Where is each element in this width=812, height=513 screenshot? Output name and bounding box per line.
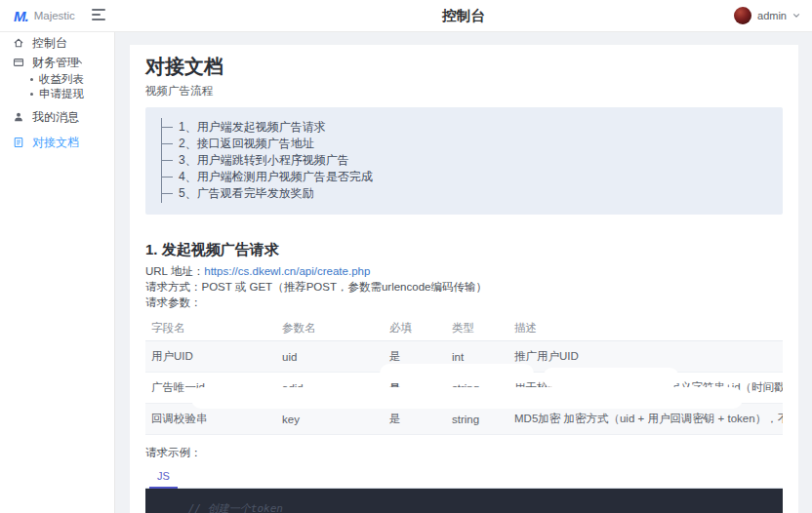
flow-item: 4、用户端检测用户视频广告是否完成 bbox=[162, 169, 767, 185]
sidebar-item-messages[interactable]: 我的消息 bbox=[0, 107, 114, 127]
tab-js[interactable]: JS bbox=[145, 467, 182, 488]
code-tabbar: JS bbox=[145, 467, 783, 489]
sidebar-item-label: 控制台 bbox=[32, 35, 67, 52]
page-title: 控制台 bbox=[115, 0, 812, 31]
flow-list: 1、用户端发起视频广告请求 2、接口返回视频广告地址 3、用户端跳转到小程序视频… bbox=[161, 118, 767, 203]
main-content: 对接文档 视频广告流程 1、用户端发起视频广告请求 2、接口返回视频广告地址 3… bbox=[116, 32, 812, 513]
redaction-blob bbox=[191, 387, 743, 409]
bullet-dot bbox=[30, 93, 33, 96]
redaction-blob bbox=[380, 364, 534, 383]
flow-item: 3、用户端跳转到小程序视频广告 bbox=[162, 152, 767, 169]
sidebar-collapse-icon[interactable] bbox=[92, 9, 109, 24]
home-icon bbox=[13, 37, 24, 49]
majestic-logo: M. Majestic bbox=[14, 0, 75, 31]
sidebar-item-console[interactable]: 控制台 bbox=[0, 33, 114, 53]
topbar: M. Majestic 控制台 admin bbox=[0, 0, 812, 32]
document-icon bbox=[13, 137, 24, 148]
table-header-cell: 字段名 bbox=[145, 316, 276, 341]
sidebar-subitem-label: 申请提现 bbox=[39, 87, 84, 101]
chevron-up-icon bbox=[75, 59, 83, 66]
table-cell: 用户UID bbox=[145, 341, 276, 373]
url-label: URL 地址： bbox=[145, 265, 204, 277]
sidebar-item-label: 对接文档 bbox=[32, 135, 79, 151]
example-label: 请求示例： bbox=[145, 447, 783, 459]
doc-subtitle: 视频广告流程 bbox=[145, 84, 783, 98]
table-header-cell: 类型 bbox=[446, 316, 508, 341]
sidebar-item-label: 财务管理 bbox=[32, 55, 79, 71]
logo-m-icon: M. bbox=[14, 8, 28, 24]
logo-text: Majestic bbox=[34, 10, 75, 21]
finance-icon bbox=[13, 57, 24, 68]
redaction-blob bbox=[543, 368, 679, 387]
method-line: 请求方式：POST 或 GET（推荐POST，参数需urlencode编码传输） bbox=[145, 281, 783, 294]
sidebar-item-docs[interactable]: 对接文档 bbox=[0, 133, 114, 152]
section-heading: 1. 发起视频广告请求 bbox=[145, 242, 783, 257]
username: admin bbox=[757, 10, 787, 21]
table-header-cell: 必填 bbox=[384, 316, 446, 341]
sidebar-subitem-revenue-list[interactable]: 收益列表 bbox=[0, 72, 114, 87]
content-card: 对接文档 视频广告流程 1、用户端发起视频广告请求 2、接口返回视频广告地址 3… bbox=[130, 45, 798, 513]
url-line: URL 地址：https://cs.dkewl.cn/api/create.ph… bbox=[145, 265, 783, 278]
bullet-dot bbox=[30, 78, 33, 81]
sidebar-subitem-label: 收益列表 bbox=[39, 72, 84, 87]
url-link[interactable]: https://cs.dkewl.cn/api/create.php bbox=[204, 265, 370, 277]
chevron-down-icon bbox=[792, 12, 800, 20]
code-block: // 创建一个token var token = 'bnwlsj' + // 创… bbox=[145, 489, 783, 513]
params-label: 请求参数： bbox=[145, 296, 783, 309]
table-cell: uid bbox=[276, 341, 384, 373]
flow-box: 1、用户端发起视频广告请求 2、接口返回视频广告地址 3、用户端跳转到小程序视频… bbox=[145, 107, 783, 215]
flow-item: 2、接口返回视频广告地址 bbox=[162, 136, 767, 152]
table-header-cell: 参数名 bbox=[276, 316, 384, 341]
sidebar-subitem-withdraw[interactable]: 申请提现 bbox=[0, 87, 114, 101]
table-header-row: 字段名 参数名 必填 类型 描述 bbox=[145, 316, 783, 341]
sidebar-item-label: 我的消息 bbox=[32, 109, 79, 126]
user-menu[interactable]: admin bbox=[734, 0, 800, 31]
redaction-blob bbox=[544, 55, 729, 75]
user-icon bbox=[13, 111, 24, 123]
sidebar-item-finance[interactable]: 财务管理 bbox=[0, 53, 114, 72]
table-header-cell: 描述 bbox=[508, 316, 783, 341]
sidebar: 控制台 财务管理 收益列表 申请提现 我的消息 对接文档 bbox=[0, 32, 115, 513]
flow-item: 5、广告观看完毕发放奖励 bbox=[162, 185, 767, 202]
avatar bbox=[734, 7, 751, 24]
code-line: // 创建一个token bbox=[188, 501, 771, 513]
flow-item: 1、用户端发起视频广告请求 bbox=[162, 119, 767, 136]
